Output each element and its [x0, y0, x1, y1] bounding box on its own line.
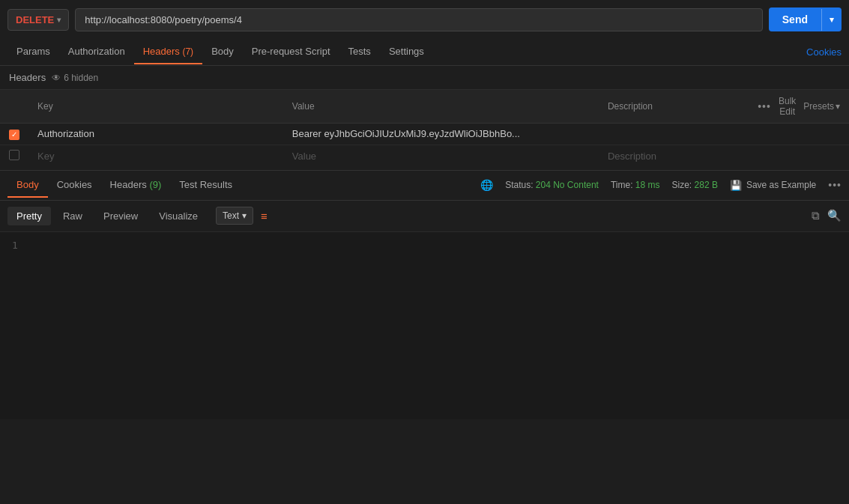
row1-value: Bearer eyJhbGciOiJIUzUxMiJ9.eyJzdWliOiJB… — [292, 128, 520, 139]
method-chevron-icon: ▾ — [57, 16, 61, 24]
row1-key-cell: Authorization — [28, 124, 283, 145]
tab-params[interactable]: Params — [7, 40, 59, 64]
method-button[interactable]: DELETE ▾ — [7, 9, 69, 31]
response-more-options-icon[interactable]: ••• — [828, 179, 842, 191]
resp-tab-headers-label: Headers — [110, 179, 147, 190]
globe-icon[interactable]: 🌐 — [480, 179, 493, 191]
text-type-label: Text — [223, 210, 239, 221]
save-icon: 💾 — [730, 180, 742, 191]
save-example-button[interactable]: 💾 Save as Example — [730, 180, 816, 191]
th-description: Description — [599, 90, 749, 124]
row1-description-cell — [599, 124, 749, 145]
table-row: ✓ Authorization Bearer eyJhbGciOiJIUzUxM… — [0, 124, 849, 145]
save-example-label: Save as Example — [746, 180, 816, 190]
th-key: Key — [28, 90, 283, 124]
tab-headers-label: Headers — [143, 46, 180, 57]
code-area: 1 — [0, 232, 849, 419]
tab-tests[interactable]: Tests — [339, 40, 380, 64]
format-tab-raw[interactable]: Raw — [54, 207, 91, 225]
format-tab-pretty[interactable]: Pretty — [7, 207, 51, 225]
headers-meta: Headers 👁 6 hidden — [0, 66, 849, 90]
th-value: Value — [283, 90, 599, 124]
hidden-count-badge: 👁 6 hidden — [52, 73, 98, 83]
request-tabs: Params Authorization Headers (7) Body Pr… — [0, 39, 849, 66]
row1-key: Authorization — [37, 128, 94, 139]
row2-description-placeholder: Description — [608, 151, 656, 162]
url-input[interactable] — [75, 8, 762, 31]
size-value: 282 B — [695, 180, 718, 190]
format-tab-preview[interactable]: Preview — [94, 207, 147, 225]
copy-icon[interactable]: ⧉ — [812, 209, 820, 222]
wrap-icon[interactable]: ≡ — [261, 210, 268, 222]
row2-description-cell[interactable]: Description — [599, 145, 749, 167]
body-format-row: Pretty Raw Preview Visualize Text ▾ ≡ ⧉ … — [0, 201, 849, 232]
th-actions: ••• Bulk Edit Presets ▾ — [749, 90, 849, 124]
status-value: 204 No Content — [536, 180, 599, 190]
more-options-icon[interactable]: ••• — [758, 100, 771, 112]
resp-tab-cookies[interactable]: Cookies — [48, 173, 101, 198]
resp-tab-test-results[interactable]: Test Results — [170, 173, 241, 198]
response-tabs-row: Body Cookies Headers (9) Test Results 🌐 … — [0, 171, 849, 201]
row2-key-cell[interactable]: Key — [28, 145, 283, 167]
tab-headers[interactable]: Headers (7) — [134, 40, 202, 64]
tab-settings[interactable]: Settings — [380, 40, 433, 64]
th-checkbox — [0, 90, 28, 124]
row1-value-cell: Bearer eyJhbGciOiJIUzUxMiJ9.eyJzdWliOiJB… — [283, 124, 599, 145]
row2-value-cell[interactable]: Value — [283, 145, 599, 167]
send-button[interactable]: Send ▾ — [769, 7, 842, 31]
size-label: Size: 282 B — [672, 180, 718, 190]
row2-actions-cell — [749, 145, 849, 167]
row1-checkbox[interactable]: ✓ — [9, 130, 19, 140]
resp-tab-body[interactable]: Body — [7, 173, 48, 198]
headers-table: Key Value Description ••• Bulk Edit Pres… — [0, 90, 849, 167]
tab-prerequest[interactable]: Pre-request Script — [243, 40, 339, 64]
response-meta: 🌐 Status: 204 No Content Time: 18 ms Siz… — [480, 179, 842, 191]
search-icon[interactable]: 🔍 — [827, 209, 842, 222]
row1-actions-cell — [749, 124, 849, 145]
text-type-dropdown[interactable]: Text ▾ — [216, 207, 253, 225]
time-value: 18 ms — [635, 180, 660, 190]
method-label: DELETE — [16, 14, 54, 25]
tab-body[interactable]: Body — [202, 40, 243, 64]
tab-headers-badge: (7) — [182, 46, 193, 57]
row1-checkbox-cell[interactable]: ✓ — [0, 124, 28, 145]
row2-checkbox[interactable] — [9, 150, 19, 160]
eye-icon: 👁 — [52, 73, 61, 83]
status-label: Status: 204 No Content — [505, 180, 599, 190]
body-icons: ⧉ 🔍 — [812, 209, 842, 222]
send-chevron-icon[interactable]: ▾ — [821, 9, 842, 31]
cookies-link[interactable]: Cookies — [806, 46, 842, 58]
headers-title: Headers — [9, 72, 46, 83]
top-bar: DELETE ▾ Send ▾ — [0, 0, 849, 39]
time-label: Time: 18 ms — [611, 180, 660, 190]
presets-chevron-icon: ▾ — [836, 101, 840, 112]
bulk-edit-button[interactable]: Bulk Edit — [779, 96, 796, 117]
presets-button[interactable]: Presets ▾ — [803, 101, 840, 112]
send-label: Send — [769, 7, 821, 31]
text-type-chevron-icon: ▾ — [242, 210, 247, 221]
tab-authorization[interactable]: Authorization — [59, 40, 134, 64]
row2-checkbox-cell[interactable] — [0, 145, 28, 167]
presets-label: Presets — [803, 101, 834, 112]
hidden-count: 6 hidden — [64, 73, 98, 83]
row2-key-placeholder: Key — [37, 151, 54, 162]
line-number-1: 1 — [12, 240, 837, 251]
format-tab-visualize[interactable]: Visualize — [150, 207, 207, 225]
resp-tab-headers-badge: (9) — [149, 179, 161, 190]
table-row: Key Value Description — [0, 145, 849, 167]
row2-value-placeholder: Value — [292, 151, 316, 162]
response-section: Body Cookies Headers (9) Test Results 🌐 … — [0, 170, 849, 419]
resp-tab-headers[interactable]: Headers (9) — [101, 173, 171, 198]
